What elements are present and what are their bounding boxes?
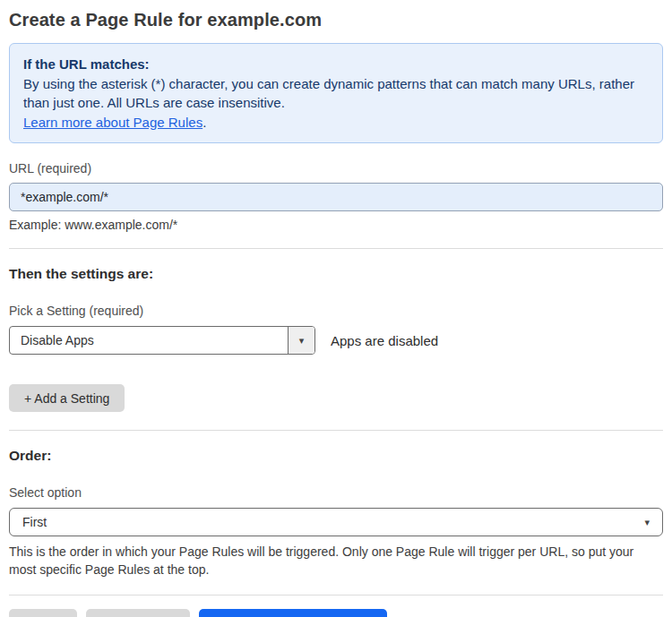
save-draft-button[interactable]: Save as Draft	[86, 609, 191, 617]
setting-select[interactable]: Disable Apps ▾	[9, 326, 315, 355]
url-match-info-box: If the URL matches: By using the asteris…	[9, 43, 663, 143]
link-suffix: .	[202, 115, 206, 130]
url-input[interactable]	[9, 183, 663, 211]
order-select-value: First	[22, 515, 47, 529]
info-box-heading: If the URL matches:	[23, 55, 649, 74]
cancel-button[interactable]: Cancel	[9, 609, 77, 617]
info-box-link-line: Learn more about Page Rules.	[23, 113, 649, 133]
divider	[9, 248, 663, 249]
url-example-text: Example: www.example.com/*	[9, 218, 663, 232]
setting-select-value: Disable Apps	[10, 327, 288, 354]
setting-picker-label: Pick a Setting (required)	[9, 304, 663, 318]
page-rule-form: Create a Page Rule for example.com If th…	[0, 0, 672, 617]
settings-section-heading: Then the settings are:	[9, 266, 663, 282]
order-help-text: This is the order in which your Page Rul…	[9, 543, 659, 578]
setting-row: Disable Apps ▾ Apps are disabled	[9, 326, 663, 355]
order-select[interactable]: First ▾	[9, 508, 663, 536]
add-setting-button[interactable]: + Add a Setting	[9, 384, 125, 412]
chevron-down-icon: ▾	[644, 517, 650, 528]
divider	[9, 595, 663, 596]
page-title: Create a Page Rule for example.com	[9, 10, 663, 30]
save-deploy-button[interactable]: Save and Deploy Page Rule	[199, 609, 387, 617]
setting-status-text: Apps are disabled	[331, 333, 438, 348]
info-box-body: By using the asterisk (*) character, you…	[23, 74, 649, 113]
footer-actions: Cancel Save as Draft Save and Deploy Pag…	[9, 609, 663, 617]
divider	[9, 430, 663, 431]
order-section-heading: Order:	[9, 448, 663, 464]
order-select-label: Select option	[9, 485, 663, 500]
learn-more-link[interactable]: Learn more about Page Rules	[23, 115, 202, 130]
setting-select-arrow-button[interactable]: ▾	[288, 327, 314, 354]
chevron-down-icon: ▾	[299, 335, 305, 347]
url-field-label: URL (required)	[9, 161, 663, 176]
